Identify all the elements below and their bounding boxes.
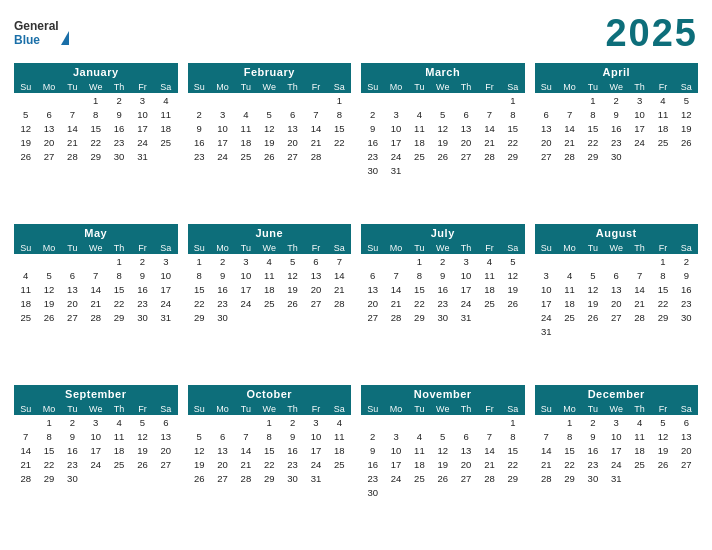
day-cell: 9 (281, 429, 304, 443)
day-cell: 15 (188, 282, 211, 296)
empty-cell (454, 415, 477, 429)
days-grid: 1234567891011121314151617181920212223242… (14, 415, 178, 485)
day-cell: 19 (14, 135, 37, 149)
empty-cell (478, 93, 501, 107)
day-of-week-label: Su (361, 81, 384, 93)
day-cell: 14 (328, 268, 351, 282)
day-cell: 9 (361, 121, 384, 135)
empty-cell (535, 415, 558, 429)
day-cell: 25 (154, 135, 177, 149)
day-cell: 4 (107, 415, 130, 429)
day-of-week-label: Th (454, 403, 477, 415)
empty-cell (605, 254, 628, 268)
empty-cell (535, 254, 558, 268)
header: General Blue 2025 (14, 12, 698, 55)
day-headers: SuMoTuWeThFrSa (188, 242, 352, 254)
day-cell: 20 (361, 296, 384, 310)
empty-cell (61, 93, 84, 107)
day-cell: 24 (384, 149, 407, 163)
day-cell: 16 (581, 443, 604, 457)
day-headers: SuMoTuWeThFrSa (361, 403, 525, 415)
day-cell: 14 (84, 282, 107, 296)
day-cell: 15 (558, 443, 581, 457)
day-cell: 27 (154, 457, 177, 471)
day-cell: 25 (14, 310, 37, 324)
day-cell: 4 (628, 415, 651, 429)
day-cell: 28 (84, 310, 107, 324)
day-of-week-label: Mo (384, 242, 407, 254)
day-cell: 3 (211, 107, 234, 121)
day-cell: 3 (154, 254, 177, 268)
day-cell: 29 (84, 149, 107, 163)
day-cell: 27 (675, 457, 698, 471)
day-cell: 7 (14, 429, 37, 443)
month-block-august: AugustSuMoTuWeThFrSa12345678910111213141… (535, 224, 699, 377)
day-cell: 24 (131, 135, 154, 149)
day-headers: SuMoTuWeThFrSa (14, 403, 178, 415)
day-cell: 13 (154, 429, 177, 443)
day-cell: 12 (188, 443, 211, 457)
day-cell: 2 (211, 254, 234, 268)
day-cell: 20 (535, 135, 558, 149)
day-of-week-label: Mo (37, 81, 60, 93)
day-of-week-label: We (605, 242, 628, 254)
day-of-week-label: Sa (501, 403, 524, 415)
day-cell: 15 (581, 121, 604, 135)
day-cell: 19 (131, 443, 154, 457)
day-of-week-label: Mo (558, 403, 581, 415)
day-cell: 11 (258, 268, 281, 282)
day-of-week-label: Fr (651, 81, 674, 93)
day-cell: 21 (535, 457, 558, 471)
empty-cell (408, 93, 431, 107)
day-cell: 22 (408, 296, 431, 310)
day-cell: 29 (107, 310, 130, 324)
day-cell: 12 (431, 121, 454, 135)
calendars-grid: JanuarySuMoTuWeThFrSa1234567891011121314… (14, 63, 698, 538)
day-cell: 13 (304, 268, 327, 282)
day-of-week-label: Tu (234, 403, 257, 415)
days-grid: 1234567891011121314151617181920212223242… (535, 93, 699, 163)
day-of-week-label: Su (535, 242, 558, 254)
day-cell: 29 (581, 149, 604, 163)
day-of-week-label: Tu (581, 242, 604, 254)
day-of-week-label: Tu (408, 403, 431, 415)
day-cell: 14 (628, 282, 651, 296)
month-header-october: October (188, 385, 352, 403)
day-cell: 27 (454, 149, 477, 163)
empty-cell (61, 254, 84, 268)
day-cell: 25 (628, 457, 651, 471)
day-cell: 26 (675, 135, 698, 149)
days-grid: 1234567891011121314151617181920212223242… (361, 254, 525, 324)
day-cell: 7 (478, 107, 501, 121)
day-of-week-label: Th (107, 242, 130, 254)
day-cell: 31 (154, 310, 177, 324)
day-cell: 28 (14, 471, 37, 485)
day-cell: 14 (478, 443, 501, 457)
day-of-week-label: Mo (211, 403, 234, 415)
day-cell: 5 (431, 429, 454, 443)
day-cell: 28 (384, 310, 407, 324)
logo-blue-text: Blue (14, 34, 59, 47)
day-cell: 6 (361, 268, 384, 282)
day-cell: 13 (675, 429, 698, 443)
day-cell: 28 (558, 149, 581, 163)
day-of-week-label: Th (454, 81, 477, 93)
day-cell: 30 (675, 310, 698, 324)
day-cell: 12 (651, 429, 674, 443)
day-cell: 14 (384, 282, 407, 296)
day-cell: 1 (328, 93, 351, 107)
day-cell: 1 (408, 254, 431, 268)
day-cell: 13 (37, 121, 60, 135)
day-cell: 10 (234, 268, 257, 282)
day-cell: 18 (558, 296, 581, 310)
days-grid: 1234567891011121314151617181920212223242… (14, 93, 178, 163)
day-cell: 25 (234, 149, 257, 163)
empty-cell (384, 93, 407, 107)
day-cell: 10 (211, 121, 234, 135)
day-cell: 5 (188, 429, 211, 443)
day-cell: 6 (61, 268, 84, 282)
day-cell: 24 (304, 457, 327, 471)
day-cell: 14 (234, 443, 257, 457)
day-cell: 26 (431, 149, 454, 163)
month-block-november: NovemberSuMoTuWeThFrSa123456789101112131… (361, 385, 525, 538)
